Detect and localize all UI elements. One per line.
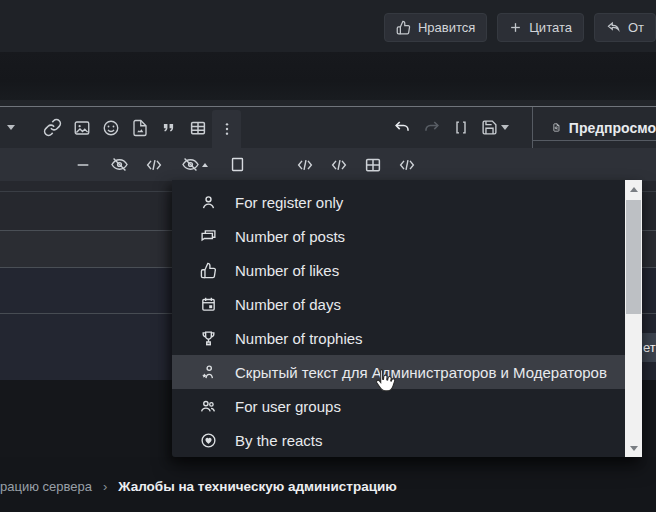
save-icon	[481, 119, 498, 136]
toolbar-left-group	[0, 107, 241, 148]
menu-item-hidden-text-admins-mods[interactable]: Скрытый текст для Администраторов и Моде…	[172, 355, 625, 389]
menu-item-label: By the reacts	[235, 432, 323, 449]
quote-label: Цитата	[529, 20, 572, 35]
menu-item-for-user-groups[interactable]: For user groups	[172, 389, 625, 423]
thumbs-up-icon	[198, 262, 218, 279]
table-icon	[364, 156, 382, 174]
preview-panel-border	[532, 140, 656, 141]
bbcode-button[interactable]	[446, 107, 475, 148]
reply-button[interactable]: От	[594, 13, 656, 42]
scrollbar-down-button[interactable]	[625, 439, 642, 457]
plus-icon	[509, 21, 522, 34]
editor-toolbar-row2	[0, 148, 656, 181]
menu-item-label: For register only	[235, 194, 343, 211]
user-group-icon	[198, 398, 218, 415]
post-footer-bar: Нравится Цитата От	[0, 0, 656, 52]
scrollbar-thumb[interactable]	[626, 200, 641, 314]
code-icon	[296, 156, 314, 174]
trophy-icon	[198, 330, 218, 347]
menu-item-label: Number of trophies	[235, 330, 363, 347]
menu-item-label: Number of days	[235, 296, 341, 313]
like-button[interactable]: Нравится	[384, 13, 487, 42]
person-star-icon	[198, 364, 218, 381]
more-options-button[interactable]	[212, 110, 241, 148]
code-icon	[330, 156, 348, 174]
menu-list: For register only Number of posts Number…	[172, 180, 625, 457]
eye-off-icon	[110, 155, 129, 174]
code-icon	[398, 156, 416, 174]
code-block-button-3[interactable]	[392, 148, 422, 181]
breadcrumb-current[interactable]: Жалобы на техническую администрацию	[118, 479, 397, 494]
menu-item-by-the-reacts[interactable]: By the reacts	[172, 423, 625, 457]
redo-icon	[422, 118, 441, 137]
hide-content-dropdown-menu: For register only Number of posts Number…	[172, 180, 642, 457]
like-label: Нравится	[418, 20, 475, 35]
menu-item-label: Скрытый текст для Администраторов и Моде…	[235, 364, 607, 381]
minus-icon	[75, 157, 91, 173]
reply-label: От	[628, 20, 644, 35]
menu-item-number-of-posts[interactable]: Number of posts	[172, 219, 625, 253]
breadcrumb: рацию сервера › Жалобы на техническую ад…	[0, 479, 656, 494]
partial-right-edge-button[interactable]: ет	[642, 333, 656, 362]
page: { "post_actions": { "like_label": "Нрави…	[0, 0, 656, 512]
menu-item-label: For user groups	[235, 398, 341, 415]
triangle-down-icon	[630, 446, 638, 451]
partial-button-label: ет	[643, 340, 656, 355]
toolbar-right-group	[388, 107, 515, 148]
menu-item-number-of-likes[interactable]: Number of likes	[172, 253, 625, 287]
code-block-button-2[interactable]	[324, 148, 354, 181]
eye-off-icon	[181, 155, 200, 174]
inline-spoiler-dash-button[interactable]	[68, 148, 98, 181]
menu-item-number-of-days[interactable]: Number of days	[172, 287, 625, 321]
menu-item-for-register-only[interactable]: For register only	[172, 185, 625, 219]
smiley-icon	[102, 119, 120, 137]
image-button[interactable]	[67, 107, 96, 148]
heart-circle-icon	[198, 432, 218, 449]
link-button[interactable]	[38, 107, 67, 148]
code-block-button-1[interactable]	[290, 148, 320, 181]
post-actions: Нравится Цитата От	[384, 13, 656, 42]
dots-vertical-icon	[219, 120, 235, 138]
preview-icon	[552, 118, 561, 137]
spoiler-button[interactable]	[104, 148, 134, 181]
link-icon	[43, 118, 62, 137]
quote-icon	[160, 119, 177, 136]
menu-item-number-of-trophies[interactable]: Number of trophies	[172, 321, 625, 355]
brackets-icon	[453, 119, 469, 136]
inline-code-button[interactable]	[139, 148, 169, 181]
emoji-button[interactable]	[96, 107, 125, 148]
quote-block-button[interactable]	[154, 107, 183, 148]
media-file-icon	[131, 119, 149, 137]
table-grid-button[interactable]	[358, 148, 388, 181]
save-draft-button[interactable]	[475, 107, 515, 148]
preview-button[interactable]: Предпросмо	[532, 107, 656, 148]
scrollbar-up-button[interactable]	[625, 180, 642, 198]
chevron-up-icon	[202, 163, 208, 167]
thumbs-up-icon	[396, 20, 411, 35]
page-gap	[0, 52, 656, 100]
media-button[interactable]	[125, 107, 154, 148]
preview-label: Предпросмо	[569, 120, 656, 136]
breadcrumb-parent-link[interactable]: рацию сервера	[0, 479, 92, 494]
square-icon	[229, 155, 246, 174]
reply-arrow-icon	[606, 20, 621, 35]
menu-item-label: Number of likes	[235, 262, 339, 279]
person-icon	[198, 194, 218, 211]
image-icon	[73, 119, 91, 137]
comments-icon	[198, 228, 218, 245]
format-dropdown-button[interactable]	[0, 107, 22, 148]
quote-button[interactable]: Цитата	[497, 13, 584, 42]
breadcrumb-separator: ›	[103, 479, 107, 494]
chevron-down-icon	[501, 125, 509, 130]
menu-scrollbar[interactable]	[625, 180, 642, 457]
code-icon	[145, 156, 163, 174]
table-icon	[189, 119, 207, 137]
chevron-down-icon	[7, 125, 15, 130]
menu-item-label: Number of posts	[235, 228, 345, 245]
button-bbcode-button[interactable]	[222, 148, 252, 181]
redo-button[interactable]	[417, 107, 446, 148]
hide-content-dropdown-button[interactable]	[174, 148, 214, 181]
undo-button[interactable]	[388, 107, 417, 148]
table-button[interactable]	[183, 107, 212, 148]
undo-icon	[393, 118, 412, 137]
